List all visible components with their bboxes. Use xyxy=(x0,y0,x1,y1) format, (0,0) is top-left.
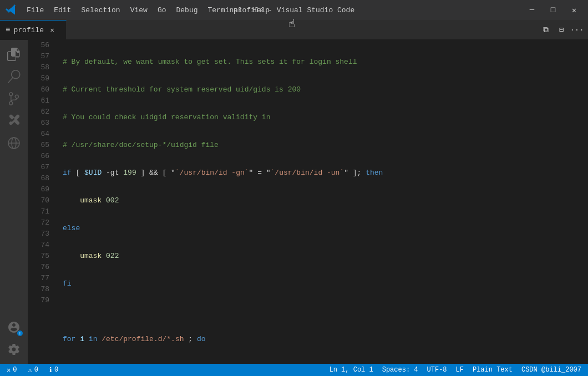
accounts-icon[interactable]: ! xyxy=(4,317,24,337)
close-button[interactable]: ✕ xyxy=(566,4,582,16)
code-line-60: if [ $UID -gt 199 ] && [ "`/usr/bin/id -… xyxy=(63,167,584,179)
status-warnings[interactable]: ⚠ 0 xyxy=(26,364,40,376)
status-spaces[interactable]: Spaces: 4 xyxy=(380,366,420,374)
line-num-56: 56 xyxy=(32,40,49,51)
menu-debug[interactable]: Debug xyxy=(171,4,202,17)
minimize-button[interactable]: ─ xyxy=(524,4,540,16)
error-icon: ✕ xyxy=(7,366,11,374)
code-line-59: # /usr/share/doc/setup-*/uidgid file xyxy=(63,140,584,151)
source-control-icon[interactable] xyxy=(4,89,24,109)
line-num-66: 66 xyxy=(32,151,49,162)
settings-icon[interactable] xyxy=(4,339,24,359)
activity-bar-bottom: ! xyxy=(4,317,24,359)
info-count: 0 xyxy=(54,366,58,374)
tab-profile[interactable]: ≡ profile ✕ xyxy=(0,20,67,39)
line-num-75: 75 xyxy=(32,251,49,262)
more-actions-button[interactable]: ··· xyxy=(570,23,584,37)
line-num-58: 58 xyxy=(32,62,49,73)
status-language[interactable]: Plain Text xyxy=(470,366,515,374)
code-line-63: umask 022 xyxy=(63,251,584,262)
status-feedback[interactable]: CSDN @bili_2007 xyxy=(519,366,584,374)
line-num-61: 61 xyxy=(32,95,49,106)
warning-icon: ⚠ xyxy=(28,366,32,374)
menu-edit[interactable]: Edit xyxy=(49,4,75,17)
line-num-62: 62 xyxy=(32,106,49,118)
line-num-57: 57 xyxy=(32,51,49,62)
window-title: profile - Visual Studio Code xyxy=(234,6,354,14)
maximize-button[interactable]: □ xyxy=(545,4,561,16)
line-num-64: 64 xyxy=(32,129,49,140)
tab-label: profile xyxy=(13,26,44,34)
code-line-65 xyxy=(63,306,584,317)
code-line-57: # Current threshold for system reserved … xyxy=(63,84,584,95)
error-count: 0 xyxy=(13,366,17,374)
code-content[interactable]: # By default, we want umask to get set. … xyxy=(58,40,588,364)
line-numbers: 56 57 58 59 60 61 62 63 64 65 66 67 68 6… xyxy=(28,40,58,364)
menu-go[interactable]: Go xyxy=(153,4,171,17)
status-infos[interactable]: ℹ 0 xyxy=(47,364,60,376)
tab-close-button[interactable]: ✕ xyxy=(47,25,57,35)
activity-bar: ! xyxy=(0,40,28,364)
line-num-73: 73 xyxy=(32,228,49,240)
code-editor[interactable]: 56 57 58 59 60 61 62 63 64 65 66 67 68 6… xyxy=(28,40,588,364)
status-errors[interactable]: ✕ 0 xyxy=(4,364,19,376)
code-line-64: fi xyxy=(63,278,584,289)
code-line-56: # By default, we want umask to get set. … xyxy=(63,57,584,68)
line-num-74: 74 xyxy=(32,240,49,251)
code-line-66: for i in /etc/profile.d/*.sh ; do xyxy=(63,334,584,345)
code-line-62: else xyxy=(63,223,584,234)
title-bar: File Edit Selection View Go Debug Termin… xyxy=(0,0,588,20)
code-line-61: umask 002 xyxy=(63,195,584,206)
extensions-icon[interactable] xyxy=(4,111,24,131)
line-num-79: 79 xyxy=(32,295,49,306)
tab-file-icon: ≡ xyxy=(6,26,10,34)
explorer-icon[interactable] xyxy=(4,44,24,64)
line-num-70: 70 xyxy=(32,195,49,206)
status-eol[interactable]: LF xyxy=(454,366,466,374)
line-num-68: 68 xyxy=(32,173,49,184)
line-num-69: 69 xyxy=(32,184,49,195)
status-bar: ✕ 0 ⚠ 0 ℹ 0 Ln 1, Col 1 Spaces: 4 UTF-8 … xyxy=(0,364,588,376)
main-area: ! 56 57 58 59 60 61 62 63 64 65 66 xyxy=(0,40,588,364)
info-icon: ℹ xyxy=(49,366,52,374)
line-num-77: 77 xyxy=(32,273,49,284)
status-cursor[interactable]: Ln 1, Col 1 xyxy=(327,366,376,374)
editor-layout-button[interactable]: ⊟ xyxy=(555,23,568,37)
menu-selection[interactable]: Selection xyxy=(77,4,124,17)
line-num-65: 65 xyxy=(32,140,49,151)
line-num-71: 71 xyxy=(32,206,49,217)
line-num-59: 59 xyxy=(32,73,49,84)
menu-file[interactable]: File xyxy=(22,4,48,17)
split-editor-button[interactable]: ⧉ xyxy=(539,23,552,37)
tab-actions: ⧉ ⊟ ··· xyxy=(539,20,588,39)
code-line-58: # You could check uidgid reservation val… xyxy=(63,112,584,123)
warning-count: 0 xyxy=(34,366,38,374)
search-icon[interactable] xyxy=(4,67,24,87)
accounts-badge: ! xyxy=(17,331,23,336)
line-num-76: 76 xyxy=(32,262,49,273)
line-num-63: 63 xyxy=(32,118,49,129)
line-num-72: 72 xyxy=(32,217,49,228)
tab-bar: ≡ profile ✕ ⧉ ⊟ ··· xyxy=(0,20,588,40)
status-right: Ln 1, Col 1 Spaces: 4 UTF-8 LF Plain Tex… xyxy=(327,366,584,374)
editor-area: 56 57 58 59 60 61 62 63 64 65 66 67 68 6… xyxy=(28,40,588,364)
line-num-67: 67 xyxy=(32,162,49,173)
line-num-60: 60 xyxy=(32,84,49,95)
status-encoding[interactable]: UTF-8 xyxy=(425,366,449,374)
window-controls: ─ □ ✕ xyxy=(524,4,582,16)
remote-explorer-icon[interactable] xyxy=(4,133,24,153)
line-num-78: 78 xyxy=(32,284,49,295)
vscode-logo xyxy=(6,4,18,16)
menu-view[interactable]: View xyxy=(126,4,152,17)
